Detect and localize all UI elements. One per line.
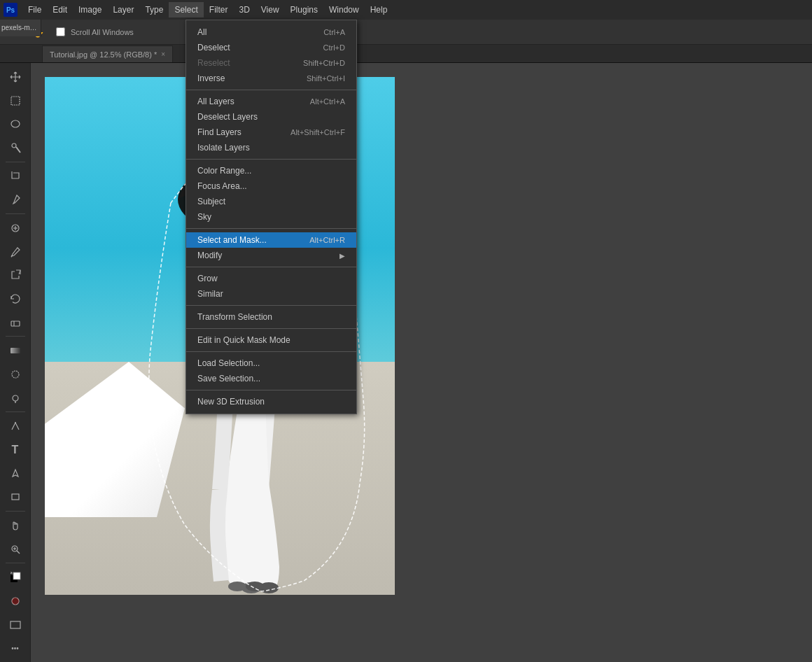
svg-point-21 <box>12 598 19 605</box>
menu-help[interactable]: Help <box>365 2 393 17</box>
menu-item-color-range-label: Color Range... <box>197 166 251 176</box>
extra-tools[interactable]: ••• <box>4 637 27 659</box>
hand-tool[interactable] <box>4 514 27 537</box>
svg-rect-7 <box>11 321 20 326</box>
menu-item-similar-label: Similar <box>197 289 223 299</box>
menu-item-deselect[interactable]: Deselect Ctrl+D <box>186 40 356 55</box>
menu-item-similar[interactable]: Similar <box>186 286 356 302</box>
svg-point-3 <box>12 143 16 148</box>
menu-window[interactable]: Window <box>323 2 365 17</box>
menu-item-transform-selection[interactable]: Transform Selection <box>186 309 356 325</box>
blur-tool[interactable] <box>4 363 27 386</box>
menu-item-all-layers-label: All Layers <box>197 97 234 106</box>
menu-item-focus-area-label: Focus Area... <box>197 181 247 191</box>
menu-item-find-layers-label: Find Layers <box>197 127 241 137</box>
menu-item-all-layers[interactable]: All Layers Alt+Ctrl+A <box>186 94 356 109</box>
menu-item-deselect-layers-label: Deselect Layers <box>197 112 258 122</box>
submenu-arrow-modify: ▶ <box>340 252 345 260</box>
menu-item-edit-quick-mask[interactable]: Edit in Quick Mask Mode <box>186 332 356 348</box>
tool-sep-2 <box>6 213 25 214</box>
menu-edit[interactable]: Edit <box>47 2 73 17</box>
svg-point-1 <box>11 120 20 127</box>
marquee-tool[interactable] <box>4 90 27 112</box>
svg-line-15 <box>17 551 20 554</box>
history-tool[interactable] <box>4 288 27 310</box>
crop-tool[interactable] <box>4 165 27 188</box>
menu-item-all-shortcut: Ctrl+A <box>323 28 345 36</box>
screen-mode-button[interactable] <box>4 614 27 636</box>
tab-tutorial[interactable]: Tutorial.jpg @ 12.5% (RGB/8) * × <box>42 45 173 62</box>
tool-sep-3 <box>6 336 25 337</box>
pen-tool[interactable] <box>4 415 27 437</box>
menu-item-inverse-label: Inverse <box>197 73 225 83</box>
menu-file[interactable]: File <box>22 2 47 17</box>
menu-item-load-selection-label: Load Selection... <box>197 358 260 368</box>
menu-item-deselect-label: Deselect <box>197 43 230 52</box>
menu-item-color-range[interactable]: Color Range... <box>186 163 356 178</box>
menu-layer[interactable]: Layer <box>107 2 139 17</box>
menu-item-find-layers-shortcut: Alt+Shift+Ctrl+F <box>290 128 345 136</box>
tool-sep-4 <box>6 411 25 412</box>
menu-section-load-save: Load Selection... Save Selection... <box>186 354 356 388</box>
brush-tool[interactable] <box>4 241 27 263</box>
scroll-all-label: Scroll All Windows <box>71 28 134 36</box>
lasso-tool[interactable] <box>4 113 27 135</box>
eyedropper-tool[interactable] <box>4 188 27 211</box>
menu-item-save-selection[interactable]: Save Selection... <box>186 371 356 386</box>
menu-item-select-mask[interactable]: Select and Mask... Alt+Ctrl+R <box>186 232 356 248</box>
menu-type[interactable]: Type <box>139 2 169 17</box>
dodge-tool[interactable] <box>4 387 27 409</box>
svg-line-2 <box>16 147 20 153</box>
menu-item-all-label: All <box>197 27 206 37</box>
menu-filter[interactable]: Filter <box>204 2 234 17</box>
menu-item-modify[interactable]: Modify ▶ <box>186 248 356 263</box>
menu-item-focus-area[interactable]: Focus Area... <box>186 178 356 194</box>
menu-section-grow: Grow Similar <box>186 269 356 303</box>
svg-rect-22 <box>10 621 20 628</box>
menu-item-select-mask-shortcut: Alt+Ctrl+R <box>309 236 345 244</box>
healing-tool[interactable] <box>4 217 27 239</box>
gradient-tool[interactable] <box>4 339 27 362</box>
menu-select[interactable]: Select <box>169 2 203 17</box>
menu-item-inverse-shortcut: Shift+Ctrl+I <box>307 74 345 83</box>
text-tool[interactable]: T <box>4 439 27 461</box>
quick-mask-button[interactable] <box>4 590 27 612</box>
select-dropdown-menu: All Ctrl+A Deselect Ctrl+D Reselect Shif… <box>186 20 357 414</box>
canvas-area <box>31 63 812 662</box>
menu-divider-2 <box>186 159 356 160</box>
menu-item-load-selection[interactable]: Load Selection... <box>186 355 356 371</box>
menu-item-deselect-layers[interactable]: Deselect Layers <box>186 109 356 125</box>
tab-tutorial-close[interactable]: × <box>161 50 165 58</box>
zoom-tool[interactable] <box>4 538 27 561</box>
menu-item-new-3d-extrusion[interactable]: New 3D Extrusion <box>186 394 356 409</box>
shape-tool[interactable] <box>4 486 27 508</box>
menu-3d[interactable]: 3D <box>233 2 255 17</box>
menu-item-subject[interactable]: Subject <box>186 194 356 209</box>
path-selection-tool[interactable] <box>4 463 27 485</box>
scroll-all-checkbox[interactable] <box>56 27 65 36</box>
menubar: Ps File Edit Image Layer Type Select Fil… <box>0 0 812 20</box>
clone-tool[interactable] <box>4 264 27 286</box>
menu-item-isolate-layers[interactable]: Isolate Layers <box>186 140 356 155</box>
file-sidebar-label: pexels-matheus-natan-3683587 <box>1 24 39 31</box>
menu-item-edit-quick-mask-label: Edit in Quick Mask Mode <box>197 335 290 345</box>
menu-item-all[interactable]: All Ctrl+A <box>186 24 356 40</box>
eraser-tool[interactable] <box>4 311 27 334</box>
menu-divider-7 <box>186 351 356 352</box>
menu-image[interactable]: Image <box>73 2 107 17</box>
file-sidebar-tab: pexels-matheus-natan-3683587 <box>0 18 41 36</box>
magic-wand-tool[interactable] <box>4 136 27 159</box>
menu-item-inverse[interactable]: Inverse Shift+Ctrl+I <box>186 71 356 86</box>
menu-section-mask: Select and Mask... Alt+Ctrl+R Modify ▶ <box>186 231 356 265</box>
menu-item-find-layers[interactable]: Find Layers Alt+Shift+Ctrl+F <box>186 125 356 140</box>
move-tool[interactable] <box>4 66 27 88</box>
foreground-color[interactable] <box>4 566 27 589</box>
menu-view[interactable]: View <box>255 2 285 17</box>
menu-plugins[interactable]: Plugins <box>285 2 323 17</box>
menu-item-sky[interactable]: Sky <box>186 209 356 225</box>
menu-item-grow[interactable]: Grow <box>186 271 356 286</box>
menu-item-new-3d-extrusion-label: New 3D Extrusion <box>197 397 265 407</box>
menu-section-quick-mask: Edit in Quick Mask Mode <box>186 331 356 349</box>
main-layout: T ••• <box>0 63 812 662</box>
svg-rect-0 <box>11 97 20 105</box>
